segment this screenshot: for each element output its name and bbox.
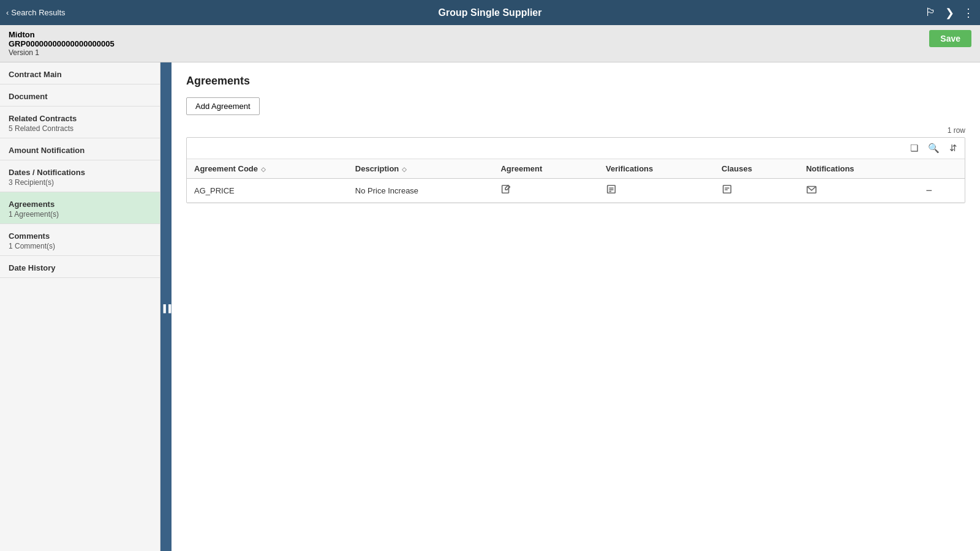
agreement-edit-icon[interactable] bbox=[500, 186, 511, 197]
sidebar-item-amount-notification[interactable]: Amount Notification bbox=[0, 138, 160, 160]
flag-icon[interactable]: 🏳 bbox=[925, 6, 937, 19]
row-count: 1 row bbox=[186, 126, 965, 135]
sidebar-item-title: Agreements bbox=[9, 200, 151, 209]
table-header-row: Agreement Code ◇Description ◇AgreementVe… bbox=[187, 159, 965, 179]
subheader: Midton GRP00000000000000000005 Version 1… bbox=[0, 25, 980, 62]
notifications-icon[interactable] bbox=[806, 186, 817, 197]
verifications-icon[interactable] bbox=[606, 186, 617, 197]
header: ‹ Search Results Group Single Supplier 🏳… bbox=[0, 0, 980, 25]
table-body: AG_PRICENo Price Increase− bbox=[187, 179, 965, 203]
collapse-icon: ▐▐ bbox=[160, 304, 171, 313]
sidebar-item-subtitle: 3 Recipient(s) bbox=[9, 178, 151, 187]
sidebar-item-title: Amount Notification bbox=[9, 146, 151, 155]
sort-arrow-icon: ◇ bbox=[259, 166, 266, 173]
sidebar-item-related-contracts[interactable]: Related Contracts5 Related Contracts bbox=[0, 107, 160, 138]
search-icon[interactable]: 🔍 bbox=[925, 141, 942, 155]
sidebar-item-title: Contract Main bbox=[9, 70, 151, 79]
clauses-cell bbox=[714, 179, 799, 203]
contract-id: GRP00000000000000000005 bbox=[9, 39, 115, 48]
sort-arrow-icon: ◇ bbox=[400, 166, 407, 173]
sidebar-item-subtitle: 5 Related Contracts bbox=[9, 124, 151, 133]
sidebar-item-title: Related Contracts bbox=[9, 114, 151, 123]
sidebar-item-contract-main[interactable]: Contract Main bbox=[0, 62, 160, 84]
subheader-info: Midton GRP00000000000000000005 Version 1 bbox=[9, 30, 115, 57]
notifications-cell bbox=[799, 179, 916, 203]
col-header-agreement-code[interactable]: Agreement Code ◇ bbox=[187, 159, 348, 179]
agreements-table: Agreement Code ◇Description ◇AgreementVe… bbox=[187, 159, 965, 203]
agreements-table-container: ❏ 🔍 ⇵ Agreement Code ◇Description ◇Agree… bbox=[186, 137, 965, 203]
sidebar-item-subtitle: 1 Comment(s) bbox=[9, 242, 151, 250]
contract-name: Midton bbox=[9, 30, 115, 39]
back-button[interactable]: ‹ Search Results bbox=[6, 8, 66, 17]
agreement-cell bbox=[493, 179, 598, 203]
svg-rect-6 bbox=[723, 186, 731, 193]
table-toolbar: ❏ 🔍 ⇵ bbox=[187, 138, 965, 159]
save-button[interactable]: Save bbox=[929, 30, 971, 47]
back-arrow-icon: ‹ bbox=[6, 8, 9, 17]
col-header-notifications: Notifications bbox=[799, 159, 916, 179]
description-cell: No Price Increase bbox=[348, 179, 494, 203]
sidebar-item-title: Comments bbox=[9, 231, 151, 241]
sidebar-item-title: Dates / Notifications bbox=[9, 168, 151, 177]
contract-version: Version 1 bbox=[9, 48, 115, 57]
expand-icon[interactable]: ❏ bbox=[908, 141, 921, 155]
sidebar-item-comments[interactable]: Comments1 Comment(s) bbox=[0, 224, 160, 256]
clauses-icon[interactable] bbox=[722, 186, 733, 197]
remove-cell: − bbox=[916, 179, 965, 203]
sidebar-item-agreements[interactable]: Agreements1 Agreement(s) bbox=[0, 192, 160, 224]
page-title: Group Single Supplier bbox=[439, 7, 542, 18]
col-header-remove bbox=[916, 159, 965, 179]
agreement-code-cell: AG_PRICE bbox=[187, 179, 348, 203]
svg-rect-2 bbox=[608, 186, 616, 193]
remove-row-button[interactable]: − bbox=[924, 184, 935, 197]
add-agreement-button[interactable]: Add Agreement bbox=[186, 97, 260, 115]
header-actions: 🏳 ❯ ⋮ bbox=[925, 6, 974, 20]
table-header: Agreement Code ◇Description ◇AgreementVe… bbox=[187, 159, 965, 179]
sidebar-item-document[interactable]: Document bbox=[0, 84, 160, 107]
sidebar-item-subtitle: 1 Agreement(s) bbox=[9, 210, 151, 219]
forward-icon[interactable]: ❯ bbox=[945, 6, 954, 20]
table-row: AG_PRICENo Price Increase− bbox=[187, 179, 965, 203]
content-area: Agreements Add Agreement 1 row ❏ 🔍 ⇵ Agr… bbox=[172, 62, 980, 551]
sidebar-item-title: Document bbox=[9, 92, 151, 101]
content-title: Agreements bbox=[186, 75, 965, 88]
sidebar: Contract MainDocumentRelated Contracts5 … bbox=[0, 62, 160, 551]
sidebar-item-date-history[interactable]: Date History bbox=[0, 256, 160, 278]
verifications-cell bbox=[598, 179, 714, 203]
sort-icon[interactable]: ⇵ bbox=[947, 141, 960, 155]
sidebar-item-title: Date History bbox=[9, 263, 151, 272]
col-header-verifications: Verifications bbox=[598, 159, 714, 179]
col-header-agreement: Agreement bbox=[493, 159, 598, 179]
col-header-description[interactable]: Description ◇ bbox=[348, 159, 494, 179]
back-label: Search Results bbox=[11, 8, 65, 17]
sidebar-item-dates-notifications[interactable]: Dates / Notifications3 Recipient(s) bbox=[0, 160, 160, 192]
menu-icon[interactable]: ⋮ bbox=[963, 6, 974, 20]
sidebar-collapse-handle[interactable]: ▐▐ bbox=[160, 62, 172, 551]
main-layout: Contract MainDocumentRelated Contracts5 … bbox=[0, 62, 980, 551]
col-header-clauses: Clauses bbox=[714, 159, 799, 179]
